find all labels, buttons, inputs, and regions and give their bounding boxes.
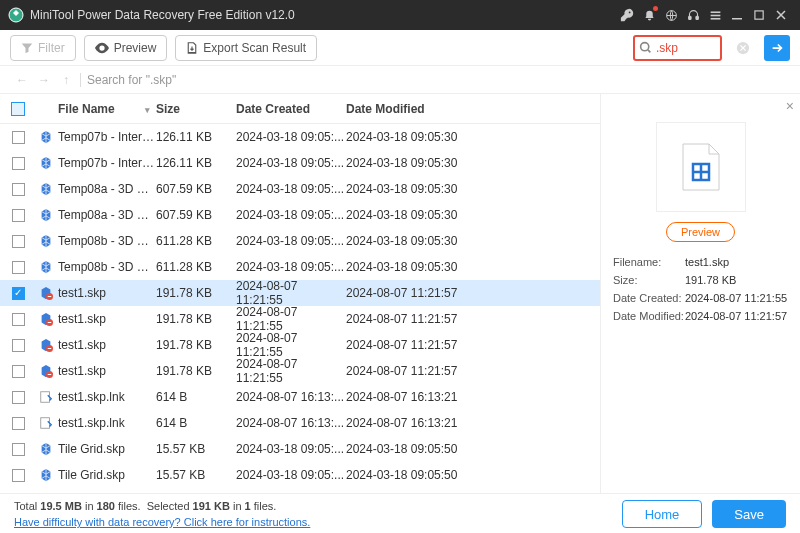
row-checkbox[interactable] [12, 261, 25, 274]
row-checkbox[interactable] [12, 287, 25, 300]
export-button[interactable]: Export Scan Result [175, 35, 317, 61]
row-checkbox[interactable] [12, 443, 25, 456]
col-modified[interactable]: Date Modified [346, 102, 486, 116]
file-modified-cell: 2024-03-18 09:05:30 [346, 260, 486, 274]
minimize-icon[interactable] [726, 4, 748, 26]
col-filename[interactable]: File Name▾ [56, 102, 156, 116]
svg-rect-16 [41, 418, 50, 429]
preview-panel: × Preview Filename:test1.skp Size:191.78… [600, 94, 800, 493]
file-created-cell: 2024-08-07 11:21:55 [236, 305, 346, 333]
nav-back-icon[interactable]: ← [14, 72, 30, 88]
nav-up-icon[interactable]: ↑ [58, 72, 74, 88]
file-created-cell: 2024-03-18 09:05:... [236, 468, 346, 482]
row-checkbox[interactable] [12, 365, 25, 378]
svg-rect-7 [732, 18, 742, 20]
row-checkbox[interactable] [12, 209, 25, 222]
table-row[interactable]: test1.skp191.78 KB2024-08-07 11:21:55202… [0, 280, 600, 306]
file-modified-cell: 2024-03-18 09:05:30 [346, 130, 486, 144]
file-size-cell: 191.78 KB [156, 286, 236, 300]
row-checkbox[interactable] [12, 469, 25, 482]
file-created-cell: 2024-03-18 09:05:... [236, 182, 346, 196]
table-row[interactable]: Temp07b - Interior...126.11 KB2024-03-18… [0, 124, 600, 150]
row-checkbox[interactable] [12, 235, 25, 248]
row-checkbox[interactable] [12, 417, 25, 430]
search-box[interactable] [633, 35, 722, 61]
row-checkbox[interactable] [12, 391, 25, 404]
filter-label: Filter [38, 41, 65, 55]
table-row[interactable]: Tile Grid.skp15.57 KB2024-03-18 09:05:..… [0, 436, 600, 462]
sort-indicator-icon: ▾ [145, 105, 150, 115]
file-type-icon [36, 442, 56, 456]
row-checkbox[interactable] [12, 313, 25, 326]
file-created-cell: 2024-03-18 09:05:... [236, 234, 346, 248]
table-row[interactable]: Tile Grid.skp15.57 KB2024-03-18 09:05:..… [0, 462, 600, 488]
table-row[interactable]: Temp07b - Interior...126.11 KB2024-03-18… [0, 150, 600, 176]
file-size-cell: 614 B [156, 390, 236, 404]
preview-button[interactable]: Preview [84, 35, 168, 61]
file-modified-cell: 2024-03-18 09:05:30 [346, 182, 486, 196]
table-row[interactable]: test1.skp.lnk614 B2024-08-07 16:13:...20… [0, 410, 600, 436]
svg-rect-8 [754, 10, 762, 18]
table-row[interactable]: Temp08a - 3D Pri...607.59 KB2024-03-18 0… [0, 176, 600, 202]
preview-label: Preview [114, 41, 157, 55]
file-name-cell: Temp08b - 3D Pri... [56, 260, 156, 274]
file-name-cell: Temp08a - 3D Pri... [56, 208, 156, 222]
maximize-icon[interactable] [748, 4, 770, 26]
clear-search-icon[interactable] [736, 41, 750, 55]
table-row[interactable]: Temp08b - 3D Pri...611.28 KB2024-03-18 0… [0, 228, 600, 254]
meta-created-value: 2024-08-07 11:21:55 [685, 292, 788, 304]
search-input[interactable] [656, 41, 716, 55]
file-type-icon [36, 208, 56, 222]
file-modified-cell: 2024-08-07 11:21:57 [346, 312, 486, 326]
col-created[interactable]: Date Created [236, 102, 346, 116]
table-row[interactable]: test1.skp191.78 KB2024-08-07 11:21:55202… [0, 332, 600, 358]
file-name-cell: test1.skp [56, 312, 156, 326]
eye-icon [95, 42, 109, 54]
file-type-icon [36, 338, 56, 352]
close-icon[interactable] [770, 4, 792, 26]
meta-modified-value: 2024-08-07 11:21:57 [685, 310, 788, 322]
row-checkbox[interactable] [12, 157, 25, 170]
file-type-icon [36, 468, 56, 482]
app-logo-icon [8, 7, 24, 23]
file-size-cell: 15.57 KB [156, 468, 236, 482]
row-checkbox[interactable] [12, 131, 25, 144]
table-row[interactable]: test1.skp.lnk614 B2024-08-07 16:13:...20… [0, 384, 600, 410]
row-checkbox[interactable] [12, 183, 25, 196]
search-go-button[interactable] [764, 35, 790, 61]
select-all-checkbox[interactable] [11, 102, 25, 116]
export-icon [186, 42, 198, 54]
svg-rect-4 [710, 11, 720, 13]
table-row[interactable]: Temp08a - 3D Pri...607.59 KB2024-03-18 0… [0, 202, 600, 228]
file-type-icon [36, 286, 56, 300]
help-link[interactable]: Have difficulty with data recovery? Clic… [14, 516, 310, 528]
nav-forward-icon[interactable]: → [36, 72, 52, 88]
notifications-icon[interactable] [638, 4, 660, 26]
file-size-cell: 614 B [156, 416, 236, 430]
table-row[interactable]: test1.skp191.78 KB2024-08-07 11:21:55202… [0, 358, 600, 384]
table-row[interactable]: test1.skp191.78 KB2024-08-07 11:21:55202… [0, 306, 600, 332]
close-panel-icon[interactable]: × [786, 98, 794, 114]
file-name-cell: Temp07b - Interior... [56, 156, 156, 170]
file-size-cell: 126.11 KB [156, 130, 236, 144]
meta-filename-value: test1.skp [685, 256, 788, 268]
file-size-cell: 611.28 KB [156, 234, 236, 248]
file-modified-cell: 2024-03-18 09:05:50 [346, 468, 486, 482]
preview-file-button[interactable]: Preview [666, 222, 735, 242]
upgrade-icon[interactable] [616, 4, 638, 26]
globe-icon[interactable] [660, 4, 682, 26]
home-button[interactable]: Home [622, 500, 703, 528]
file-list[interactable]: File Name▾ Size Date Created Date Modifi… [0, 94, 600, 493]
file-size-cell: 611.28 KB [156, 260, 236, 274]
file-name-cell: test1.skp.lnk [56, 390, 156, 404]
table-header: File Name▾ Size Date Created Date Modifi… [0, 94, 600, 124]
menu-icon[interactable] [704, 4, 726, 26]
table-row[interactable]: Temp08b - 3D Pri...611.28 KB2024-03-18 0… [0, 254, 600, 280]
row-checkbox[interactable] [12, 339, 25, 352]
toolbar: Filter Preview Export Scan Result [0, 30, 800, 66]
file-modified-cell: 2024-03-18 09:05:30 [346, 156, 486, 170]
filter-button[interactable]: Filter [10, 35, 76, 61]
headset-icon[interactable] [682, 4, 704, 26]
save-button[interactable]: Save [712, 500, 786, 528]
col-size[interactable]: Size [156, 102, 236, 116]
